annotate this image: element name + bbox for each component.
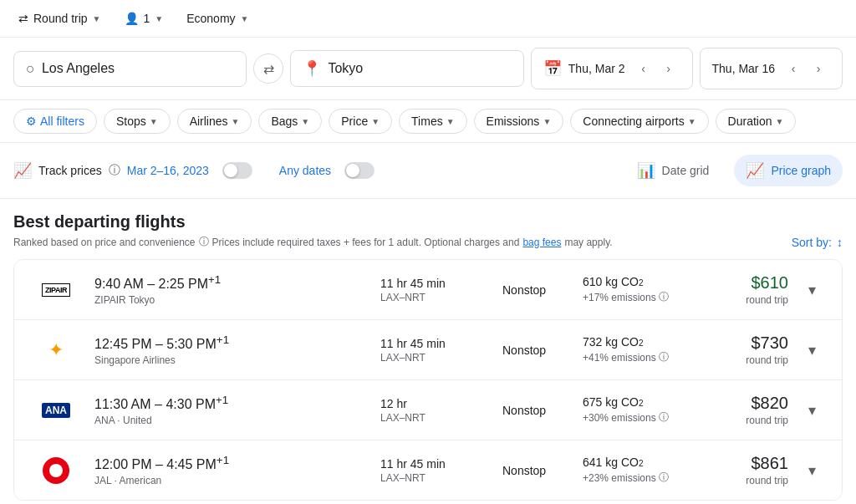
- flight-times-2: 11:30 AM – 4:30 PM+1 ANA · United: [94, 394, 367, 425]
- bags-chevron: ▼: [301, 117, 309, 126]
- cabin-chevron: ▼: [241, 14, 249, 23]
- price-graph-label: Price graph: [771, 164, 831, 177]
- plus-days-2: +1: [216, 394, 228, 406]
- any-dates-section: Any dates: [279, 162, 374, 179]
- price-filter-label: Price: [341, 115, 368, 128]
- passengers-button[interactable]: 👤 1 ▼: [120, 8, 169, 28]
- expand-button-0[interactable]: ▾: [798, 277, 825, 303]
- results-section: Best departing flights Ranked based on p…: [0, 199, 856, 504]
- emissions-sub-1: +41% emissions ⓘ: [583, 350, 700, 364]
- departure-date: Thu, Mar 2: [568, 62, 625, 75]
- destination-field[interactable]: 📍: [290, 50, 523, 87]
- emissions-info-0[interactable]: ⓘ: [659, 290, 669, 304]
- track-prices-info-icon[interactable]: ⓘ: [109, 163, 120, 178]
- connecting-airports-label: Connecting airports: [583, 115, 684, 128]
- trip-type-label: Round trip: [33, 12, 88, 25]
- emissions-sub-3: +23% emissions ⓘ: [583, 471, 700, 485]
- all-filters-button[interactable]: ⚙ All filters: [13, 109, 97, 134]
- results-subtitle-row: Ranked based on price and convenience ⓘ …: [13, 235, 843, 249]
- flight-card[interactable]: ZIPAIR 9:40 AM – 2:25 PM+1 ZIPAIR Tokyo …: [14, 260, 842, 320]
- departure-prev-button[interactable]: ‹: [632, 57, 655, 80]
- times-filter-label: Times: [411, 115, 443, 128]
- airlines-filter-button[interactable]: Airlines ▼: [177, 109, 252, 134]
- any-dates-toggle[interactable]: [344, 162, 374, 179]
- flight-card[interactable]: ✦ 12:45 PM – 5:30 PM+1 Singapore Airline…: [14, 320, 842, 380]
- bags-filter-label: Bags: [271, 115, 298, 128]
- airline-logo-sq: ✦: [31, 339, 81, 362]
- flight-time-range-2: 11:30 AM – 4:30 PM+1: [94, 394, 367, 412]
- times-filter-button[interactable]: Times ▼: [399, 109, 467, 134]
- flight-emissions-3: 641 kg CO2 +23% emissions ⓘ: [583, 456, 700, 485]
- track-prices-section: 📈 Track prices ⓘ Mar 2–16, 2023 Any date…: [13, 161, 625, 180]
- duration-chevron: ▼: [776, 117, 784, 126]
- plus-days-3: +1: [217, 454, 229, 466]
- origin-input[interactable]: [42, 61, 235, 76]
- expand-button-2[interactable]: ▾: [798, 397, 825, 424]
- flight-time-range-1: 12:45 PM – 5:30 PM+1: [94, 333, 367, 352]
- search-row: ○ ⇄ 📍 📅 Thu, Mar 2 ‹ › Thu, Mar 16 ‹ ›: [0, 38, 856, 100]
- airlines-filter-label: Airlines: [190, 115, 228, 128]
- expand-button-1[interactable]: ▾: [798, 337, 825, 364]
- departure-date-field[interactable]: 📅 Thu, Mar 2 ‹ ›: [531, 48, 693, 89]
- cabin-button[interactable]: Economy ▼: [181, 8, 253, 28]
- stops-filter-label: Stops: [116, 115, 146, 128]
- passengers-label: 1: [144, 12, 150, 25]
- duration-filter-label: Duration: [728, 115, 772, 128]
- duration-filter-button[interactable]: Duration ▼: [716, 109, 797, 134]
- emissions-info-3[interactable]: ⓘ: [659, 471, 669, 485]
- flight-emissions-2: 675 kg CO2 +30% emissions ⓘ: [583, 395, 700, 425]
- flight-card[interactable]: 12:00 PM – 4:45 PM+1 JAL · American 11 h…: [14, 440, 842, 500]
- jal-logo: [43, 457, 69, 484]
- price-graph-button[interactable]: 📈 Price graph: [734, 155, 843, 186]
- emissions-info-2[interactable]: ⓘ: [659, 410, 669, 425]
- emissions-filter-button[interactable]: Emissions ▼: [474, 109, 564, 134]
- flight-time-range-0: 9:40 AM – 2:25 PM+1: [94, 273, 367, 292]
- route-text-0: LAX–NRT: [380, 292, 489, 303]
- return-prev-button[interactable]: ‹: [782, 57, 805, 80]
- passengers-icon: 👤: [125, 12, 139, 25]
- return-date: Thu, Mar 16: [712, 62, 775, 75]
- emissions-info-1[interactable]: ⓘ: [659, 350, 669, 364]
- price-type-0: round trip: [713, 294, 788, 306]
- departure-time-1: 12:45 PM – 5:30 PM: [94, 338, 217, 352]
- flight-airline-sub-3: JAL · American: [94, 475, 367, 486]
- departure-date-nav: ‹ ›: [632, 57, 680, 80]
- connecting-airports-chevron: ▼: [688, 117, 696, 126]
- all-filters-label: All filters: [40, 115, 84, 128]
- ranked-text: Ranked based on price and convenience: [13, 237, 196, 248]
- flight-times-3: 12:00 PM – 4:45 PM+1 JAL · American: [94, 454, 367, 486]
- calendar-icon: 📅: [543, 59, 562, 78]
- flight-stops-3: Nonstop: [502, 464, 569, 477]
- departure-time-0: 9:40 AM – 2:25 PM: [94, 277, 208, 292]
- track-prices-toggle[interactable]: [222, 162, 252, 179]
- sort-button[interactable]: Sort by: ↕: [792, 236, 843, 249]
- bag-fees-link[interactable]: bag fees: [522, 237, 561, 248]
- zipair-logo: ZIPAIR: [42, 283, 70, 297]
- return-next-button[interactable]: ›: [807, 57, 830, 80]
- return-date-field[interactable]: Thu, Mar 16 ‹ ›: [700, 48, 843, 89]
- destination-input[interactable]: [328, 61, 511, 76]
- stops-filter-button[interactable]: Stops ▼: [104, 109, 171, 134]
- departure-next-button[interactable]: ›: [657, 57, 680, 80]
- airline-logo-zipair: ZIPAIR: [31, 278, 81, 302]
- results-info-icon[interactable]: ⓘ: [199, 235, 209, 249]
- round-trip-icon: ⇄: [18, 12, 28, 25]
- flight-duration-2: 12 hr LAX–NRT: [380, 397, 489, 424]
- expand-button-3[interactable]: ▾: [798, 457, 825, 484]
- flight-emissions-1: 732 kg CO2 +41% emissions ⓘ: [583, 335, 700, 364]
- connecting-airports-filter-button[interactable]: Connecting airports ▼: [570, 109, 708, 134]
- plus-days-0: +1: [208, 273, 221, 286]
- emissions-filter-label: Emissions: [487, 115, 540, 128]
- origin-field[interactable]: ○: [13, 51, 247, 87]
- top-bar: ⇄ Round trip ▼ 👤 1 ▼ Economy ▼: [0, 0, 856, 38]
- trip-type-button[interactable]: ⇄ Round trip ▼: [13, 8, 106, 28]
- flight-list: ZIPAIR 9:40 AM – 2:25 PM+1 ZIPAIR Tokyo …: [13, 259, 843, 501]
- price-filter-button[interactable]: Price ▼: [329, 109, 392, 134]
- cabin-label: Economy: [186, 12, 235, 25]
- bags-filter-button[interactable]: Bags ▼: [258, 109, 322, 134]
- duration-text-3: 11 hr 45 min: [380, 457, 489, 471]
- flight-card[interactable]: ANA 11:30 AM – 4:30 PM+1 ANA · United 12…: [14, 380, 842, 440]
- date-grid-button[interactable]: 📊 Date grid: [625, 155, 721, 186]
- emissions-sub-2: +30% emissions ⓘ: [583, 410, 700, 425]
- swap-button[interactable]: ⇄: [253, 53, 283, 84]
